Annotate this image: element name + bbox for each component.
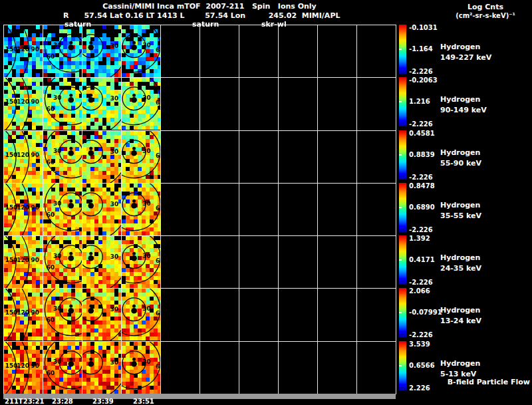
inca-image-panel <box>82 25 121 77</box>
image-cell <box>82 342 122 394</box>
empty-cell <box>279 184 318 235</box>
colorbar-units: (cm²-sr-s-keV)⁻¹ <box>439 12 532 19</box>
colorbar-mid-label: 0.4171 <box>409 256 435 263</box>
inca-image-panel <box>122 25 160 77</box>
colorbar-mid-label: 0.6566 <box>409 362 435 369</box>
species-label: Hydrogen <box>440 95 480 104</box>
empty-cell <box>357 78 396 130</box>
species-label: Hydrogen <box>440 253 480 262</box>
image-cell <box>82 236 122 288</box>
grid-row <box>4 342 396 394</box>
colorbar-max-label: 0.8478 <box>409 182 435 190</box>
image-cell <box>122 289 161 340</box>
image-cell <box>82 25 122 77</box>
colorbar-min-label: -2.226 <box>409 331 433 338</box>
grid-row <box>4 78 396 130</box>
inca-image-panel <box>43 342 82 394</box>
energy-band-label: 149-227 keV <box>440 53 491 62</box>
empty-cell <box>357 25 396 77</box>
colorbar-mid-tick <box>399 259 402 261</box>
species-label: Hydrogen <box>440 201 480 209</box>
empty-cell <box>200 25 239 77</box>
bfield-flow-note: B-field Particle Flow <box>426 378 530 386</box>
colorbar-max-label: -0.1031 <box>409 24 438 31</box>
image-cell <box>4 131 43 183</box>
species-label: Hydrogen <box>440 148 480 157</box>
colorbar-mid-tick <box>399 312 402 313</box>
empty-cell <box>357 342 396 394</box>
empty-cell <box>200 342 239 394</box>
image-cell <box>122 342 161 394</box>
energy-band-label: 35-55 keV <box>440 211 481 220</box>
empty-cell <box>239 25 279 77</box>
empty-cell <box>200 78 239 130</box>
image-cell <box>122 236 161 288</box>
empty-cell <box>318 25 357 77</box>
inca-image-panel <box>43 184 82 235</box>
colorbar-title: Log Cnts <box>439 3 532 11</box>
inca-image-panel <box>122 236 160 288</box>
colorbar-min-label: -2.226 <box>409 279 433 286</box>
image-cell <box>43 184 82 235</box>
inca-image-panel <box>43 236 82 288</box>
image-cell <box>4 78 43 130</box>
colorbar-max-label: 1.392 <box>409 235 430 242</box>
empty-cell <box>239 289 279 340</box>
colorbar-mid-label: -1.164 <box>409 45 433 53</box>
energy-band-label: 5-13 keV <box>440 370 476 378</box>
empty-cell <box>318 236 357 288</box>
inca-image-panel <box>122 131 160 183</box>
image-cell <box>82 131 122 183</box>
empty-cell <box>239 342 279 394</box>
image-cell <box>43 289 82 340</box>
colorbar-mid-tick <box>399 154 402 156</box>
colorbar-mid-tick <box>399 49 402 50</box>
grid-row <box>4 236 396 289</box>
colorbar-mid-label: 1.216 <box>409 98 430 105</box>
empty-cell <box>357 236 396 288</box>
species-label: Hydrogen <box>440 43 480 51</box>
empty-cell <box>200 184 239 235</box>
colorbar-max-label: 2.066 <box>409 287 430 295</box>
ephemeris-line: R 57.54 Lat 0.16 LT 1413 L 57.54 Lon 245… <box>63 11 340 20</box>
empty-cell <box>161 342 200 394</box>
species-label: Hydrogen <box>440 359 480 368</box>
grid-row <box>4 131 396 184</box>
empty-cell <box>279 25 318 77</box>
image-cell <box>4 236 43 288</box>
colorbar-mid-label: 0.8839 <box>409 151 435 158</box>
empty-cell <box>357 131 396 183</box>
empty-cell <box>279 236 318 288</box>
inca-image-panel <box>43 289 82 340</box>
inca-image-panel <box>4 342 43 394</box>
inca-image-panel <box>4 78 43 130</box>
empty-cell <box>279 342 318 394</box>
image-cell <box>43 236 82 288</box>
time-tick-label: 211T23:21 <box>5 398 45 405</box>
empty-cell <box>161 184 200 235</box>
image-cell <box>82 78 122 130</box>
inca-image-panel <box>122 342 160 394</box>
image-cell <box>82 289 122 340</box>
empty-cell <box>318 289 357 340</box>
image-cell <box>122 78 161 130</box>
empty-cell <box>200 289 239 340</box>
event-marker-label: saturn <box>192 20 219 29</box>
inca-image-panel <box>43 25 82 77</box>
empty-cell <box>200 131 239 183</box>
species-label: Hydrogen <box>440 306 480 315</box>
inca-image-panel <box>122 289 160 340</box>
empty-cell <box>161 131 200 183</box>
inca-image-panel <box>4 184 43 235</box>
image-cell <box>43 25 82 77</box>
empty-cell <box>318 131 357 183</box>
colorbar-mid-label: 0.6890 <box>409 203 435 211</box>
image-cell <box>4 184 43 235</box>
time-tick-label: 23:39 <box>92 398 114 405</box>
inca-image-panel <box>4 25 43 77</box>
empty-cell <box>161 78 200 130</box>
empty-cell <box>161 25 200 77</box>
time-tick-label: 23:28 <box>52 398 73 405</box>
colorbar-min-label: -2.226 <box>409 226 433 233</box>
empty-cell <box>239 131 279 183</box>
